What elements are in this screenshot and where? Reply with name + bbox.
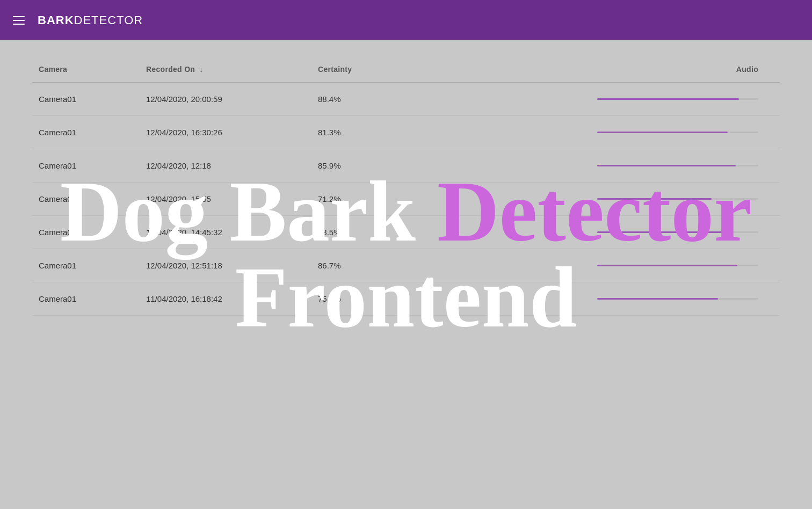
audio-bar-fill xyxy=(597,98,739,100)
cell-recorded-on: 12/04/2020, 15:55 xyxy=(140,183,311,216)
column-header-recorded-on[interactable]: Recorded On ↓ xyxy=(140,56,311,83)
audio-bar-fill xyxy=(597,298,718,300)
cell-camera: Camera01 xyxy=(32,83,140,116)
cell-recorded-on: 11/04/2020, 16:18:42 xyxy=(140,282,311,316)
audio-bar-track xyxy=(597,132,758,133)
table-row[interactable]: Camera0112/04/2020, 20:00:5988.4% xyxy=(32,83,780,116)
column-header-audio: Audio xyxy=(408,56,780,83)
brand-logo: BARKDETECTOR xyxy=(38,13,143,27)
audio-bar-fill xyxy=(597,198,712,200)
table-row[interactable]: Camera0112/04/2020, 16:30:2681.3% xyxy=(32,116,780,149)
cell-audio[interactable] xyxy=(408,149,780,183)
cell-recorded-on: 12/04/2020, 12:18 xyxy=(140,149,311,183)
cell-audio[interactable] xyxy=(408,116,780,149)
cell-recorded-on: 12/04/2020, 14:45:32 xyxy=(140,216,311,249)
audio-bar-container xyxy=(415,298,758,300)
cell-recorded-on: 12/04/2020, 20:00:59 xyxy=(140,83,311,116)
cell-certainty: 81.3% xyxy=(311,116,408,149)
audio-bar-track xyxy=(597,198,758,200)
cell-certainty: 75.4% xyxy=(311,282,408,316)
navbar: BARKDETECTOR xyxy=(0,0,812,40)
sort-desc-icon: ↓ xyxy=(199,66,203,74)
audio-bar-container xyxy=(415,231,758,233)
table-row[interactable]: Camera0112/04/2020, 12:51:1886.7% xyxy=(32,249,780,282)
detections-table: Camera Recorded On ↓ Certainty Audio Cam… xyxy=(32,56,780,316)
cell-audio[interactable] xyxy=(408,282,780,316)
table-row[interactable]: Camera0112/04/2020, 15:5571.2% xyxy=(32,183,780,216)
brand-bold: BARK xyxy=(38,13,74,27)
audio-bar-container xyxy=(415,198,758,200)
column-header-certainty: Certainty xyxy=(311,56,408,83)
audio-bar-fill xyxy=(597,132,728,133)
cell-camera: Camera01 xyxy=(32,149,140,183)
audio-bar-container xyxy=(415,165,758,166)
table-row[interactable]: Camera0111/04/2020, 16:18:4275.4% xyxy=(32,282,780,316)
column-header-camera: Camera xyxy=(32,56,140,83)
audio-bar-fill xyxy=(597,265,737,266)
audio-bar-container xyxy=(415,132,758,133)
audio-bar-fill xyxy=(597,231,724,233)
cell-recorded-on: 12/04/2020, 12:51:18 xyxy=(140,249,311,282)
cell-recorded-on: 12/04/2020, 16:30:26 xyxy=(140,116,311,149)
brand-light: DETECTOR xyxy=(74,13,143,27)
cell-camera: Camera01 xyxy=(32,216,140,249)
audio-bar-container xyxy=(415,98,758,100)
cell-camera: Camera01 xyxy=(32,116,140,149)
hamburger-menu-button[interactable] xyxy=(13,16,25,25)
audio-bar-track xyxy=(597,265,758,266)
audio-bar-track xyxy=(597,98,758,100)
table-row[interactable]: Camera0112/04/2020, 14:45:3278.5% xyxy=(32,216,780,249)
audio-bar-container xyxy=(415,265,758,266)
cell-audio[interactable] xyxy=(408,249,780,282)
audio-bar-track xyxy=(597,231,758,233)
cell-audio[interactable] xyxy=(408,216,780,249)
cell-audio[interactable] xyxy=(408,183,780,216)
cell-certainty: 86.7% xyxy=(311,249,408,282)
cell-camera: Camera01 xyxy=(32,183,140,216)
cell-certainty: 88.4% xyxy=(311,83,408,116)
table-row[interactable]: Camera0112/04/2020, 12:1885.9% xyxy=(32,149,780,183)
cell-camera: Camera01 xyxy=(32,249,140,282)
cell-audio[interactable] xyxy=(408,83,780,116)
audio-bar-track xyxy=(597,165,758,166)
main-content: Camera Recorded On ↓ Certainty Audio Cam… xyxy=(0,40,812,332)
cell-camera: Camera01 xyxy=(32,282,140,316)
audio-bar-track xyxy=(597,298,758,300)
audio-bar-fill xyxy=(597,165,736,166)
cell-certainty: 85.9% xyxy=(311,149,408,183)
table-header-row: Camera Recorded On ↓ Certainty Audio xyxy=(32,56,780,83)
cell-certainty: 71.2% xyxy=(311,183,408,216)
cell-certainty: 78.5% xyxy=(311,216,408,249)
